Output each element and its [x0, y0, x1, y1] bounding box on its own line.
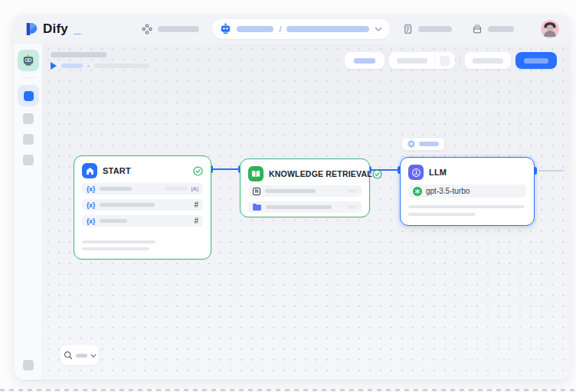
top-header: Dify_ / — [14, 14, 570, 44]
description-line-skeleton — [82, 247, 149, 250]
toolbar-divider — [460, 56, 460, 65]
dot-separator — [87, 65, 90, 67]
app-window: Dify_ / — [14, 14, 570, 380]
docs-icon[interactable] — [403, 24, 413, 34]
model-row[interactable]: gpt-3.5-turbo — [408, 185, 526, 198]
brand-name: Dify — [43, 21, 68, 37]
dataset-name-skeleton — [266, 205, 332, 209]
meta-skeleton — [348, 189, 357, 193]
variable-name-skeleton — [100, 187, 132, 191]
variable-row[interactable]: {x} # — [82, 199, 203, 211]
robot-app-icon — [21, 54, 35, 67]
variable-icon: {x} — [87, 201, 95, 209]
workspace-name-skeleton — [237, 26, 273, 32]
sidebar-item-settings[interactable] — [23, 360, 34, 371]
sidebar-item-2[interactable] — [23, 113, 34, 124]
nav-label-skeleton — [158, 26, 199, 32]
run-status-row — [51, 62, 149, 70]
canvas-toolbar — [345, 52, 557, 69]
apps-icon[interactable] — [142, 24, 152, 34]
node-title: LLM — [429, 168, 447, 177]
check-circle-icon — [193, 166, 203, 176]
variable-name-skeleton — [100, 203, 155, 207]
home-icon — [82, 163, 97, 178]
docs-label-skeleton — [418, 26, 452, 32]
node-header: LLM — [401, 158, 534, 185]
badge-label-skeleton — [419, 142, 439, 146]
node-llm[interactable]: LLM gpt-3.5-turbo — [400, 157, 535, 226]
type-number: # — [194, 217, 198, 225]
variable-name-skeleton — [100, 219, 127, 223]
workflow-canvas[interactable]: START {x} |A| {x} # — [43, 44, 570, 380]
magnifier-icon — [64, 351, 73, 360]
toolbar-button-group[interactable] — [389, 52, 455, 69]
model-name: gpt-3.5-turbo — [426, 187, 470, 195]
dify-logo[interactable]: Dify_ — [25, 21, 80, 37]
chevron-down-icon — [90, 354, 97, 358]
bot-icon — [220, 23, 231, 34]
check-circle-icon — [372, 169, 382, 179]
variable-icon: {x} — [87, 185, 95, 193]
publish-button[interactable] — [515, 52, 557, 69]
dataset-row[interactable] — [248, 201, 362, 213]
button-label-skeleton — [473, 58, 503, 64]
edge-llm-output — [538, 170, 564, 172]
variable-row[interactable]: {x} |A| — [82, 183, 203, 194]
left-sidebar — [14, 44, 43, 380]
node-start[interactable]: START {x} |A| {x} # — [74, 155, 211, 260]
page-bottom-artifact — [0, 389, 576, 391]
window-body: START {x} |A| {x} # — [14, 44, 570, 380]
page: Dify_ / — [0, 0, 576, 392]
type-number: # — [194, 201, 198, 209]
workspace-separator: / — [279, 24, 281, 34]
variable-icon: {x} — [87, 217, 95, 225]
sidebar-item-3[interactable] — [23, 134, 34, 145]
workflow-selector[interactable]: / — [212, 19, 390, 39]
events-icon[interactable] — [472, 24, 483, 34]
run-label-skeleton — [61, 64, 83, 68]
run-icon[interactable] — [51, 62, 57, 70]
sidebar-divider — [21, 77, 35, 78]
description-line-skeleton — [408, 213, 476, 216]
edge-start-to-knowledge — [212, 168, 240, 170]
book-icon — [248, 166, 263, 181]
button-label-skeleton — [397, 58, 427, 64]
toolbar-button-2[interactable] — [465, 52, 511, 69]
workflow-tool-icon — [24, 91, 34, 101]
run-meta-skeleton — [94, 64, 149, 68]
node-knowledge-retrieval[interactable]: KNOWLEDGE RETRIEVAL N — [240, 158, 370, 217]
notion-icon: N — [253, 188, 260, 195]
llm-running-badge — [401, 137, 445, 151]
openai-icon — [413, 187, 422, 196]
button-label-skeleton — [354, 58, 375, 64]
segment-icon-placeholder[interactable] — [440, 56, 450, 66]
events-label-skeleton — [488, 26, 514, 32]
node-header: START — [74, 156, 211, 183]
segment-divider — [434, 55, 435, 66]
node-title: KNOWLEDGE RETRIEVAL — [269, 169, 372, 178]
dataset-name-skeleton — [265, 189, 316, 193]
dify-logo-icon — [25, 22, 38, 36]
node-title: START — [103, 166, 131, 175]
description-line-skeleton — [408, 205, 525, 208]
type-string: |A| — [191, 185, 198, 192]
dataset-row[interactable]: N — [248, 185, 362, 197]
sidebar-item-workflow-active[interactable] — [18, 85, 39, 106]
value-skeleton — [165, 187, 188, 191]
workflow-name-skeleton — [286, 26, 369, 32]
variable-row[interactable]: {x} # — [82, 215, 203, 227]
llm-icon — [408, 165, 424, 180]
folder-icon — [253, 204, 261, 211]
spinner-icon — [407, 140, 415, 148]
button-label-skeleton — [524, 58, 548, 64]
workflow-title-skeleton — [51, 52, 106, 57]
zoom-value-skeleton — [76, 354, 87, 358]
brand-accent: _ — [74, 21, 80, 37]
node-header: KNOWLEDGE RETRIEVAL — [241, 159, 369, 185]
sidebar-item-4[interactable] — [23, 155, 34, 165]
toolbar-button-1[interactable] — [345, 52, 385, 69]
description-line-skeleton — [82, 240, 155, 243]
zoom-control[interactable] — [61, 345, 99, 365]
user-avatar[interactable] — [541, 20, 559, 38]
current-app-icon[interactable] — [18, 50, 39, 71]
